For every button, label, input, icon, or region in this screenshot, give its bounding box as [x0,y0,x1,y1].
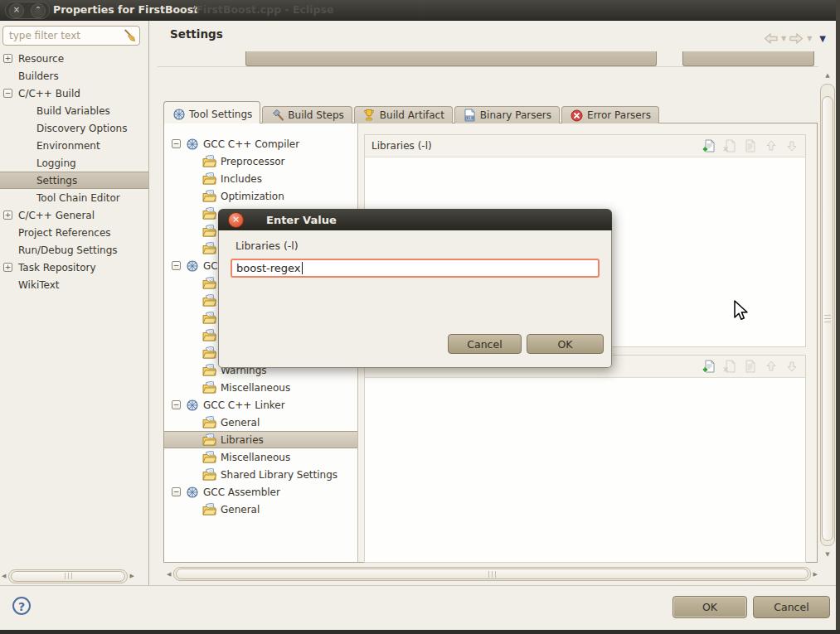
category-folder-icon [202,242,216,255]
sidebar-item-logging[interactable]: Logging [0,154,148,172]
tab-label: Error Parsers [587,109,651,121]
sidebar-item-label: Tool Chain Editor [36,192,120,204]
category-folder-icon [202,172,216,186]
tool-tree-item-miscellaneous[interactable]: Miscellaneous [164,448,357,466]
help-icon[interactable]: ? [12,597,31,615]
clear-filter-broom-icon[interactable] [124,29,136,42]
sidebar-item-label: Task Repository [18,262,96,273]
close-icon[interactable]: × [9,3,24,18]
enter-value-dialog: × Enter Value Libraries (-l) boost-regex… [218,209,612,368]
sidebar-item-builders[interactable]: Builders [0,67,148,85]
maximize-icon[interactable]: ⌃ [31,3,46,18]
sidebar-hscroll-thumb[interactable] [11,571,124,582]
tool-tree-item-gcc-assembler[interactable]: −GCC Assembler [164,483,357,501]
tab-build-artifact[interactable]: Build Artifact [354,106,453,123]
main-hscroll-track[interactable] [173,567,810,581]
sidebar-item-resource[interactable]: +Resource [0,50,148,67]
tool-tree-item-shared-library-settings[interactable]: Shared Library Settings [164,466,357,483]
scroll-right-icon[interactable]: ▶ [813,568,818,581]
sidebar-item-c-c-general[interactable]: +C/C++ General [0,206,148,224]
dialog-ok-button[interactable]: OK [527,334,604,354]
expander-icon[interactable]: − [172,487,181,496]
ok-button[interactable]: OK [672,596,747,618]
sidebar-item-run-debug-settings[interactable]: Run/Debug Settings [0,241,148,259]
scroll-right-icon[interactable]: ▶ [130,569,134,583]
configuration-combo-clipped[interactable] [245,51,657,66]
tab-error-parsers[interactable]: Error Parsers [561,106,659,123]
scroll-grip [824,315,831,322]
value-input[interactable]: boost-regex [231,259,600,278]
scroll-up-icon[interactable]: ▲ [825,69,829,82]
sidebar-item-settings[interactable]: Settings [0,172,148,189]
expander-icon[interactable]: + [3,211,12,220]
sidebar-item-wikitext[interactable]: WikiText [0,276,148,293]
tool-tree-item-libraries[interactable]: Libraries [164,431,357,448]
libraries-panel-header: Libraries (-l) [365,135,805,157]
scroll-left-icon[interactable]: ◀ [2,569,6,583]
tool-tree-item-includes[interactable]: Includes [164,170,357,187]
tool-tree-item-gcc-c-linker[interactable]: −GCC C++ Linker [164,396,357,414]
expander-icon[interactable]: − [3,89,12,98]
scroll-down-icon[interactable]: ▼ [825,548,829,561]
libraries-panel-title: Libraries (-l) [371,140,702,152]
tool-tree-item-label: Includes [221,173,262,185]
add-button[interactable] [702,360,716,373]
sidebar-hscrollbar[interactable]: ◀ ▶ [2,569,134,583]
main-hscrollbar[interactable]: ◀ ▶ [167,567,818,581]
screen: { "icons": { "close_glyph": "×", "maximi… [0,0,840,634]
sidebar-item-task-repository[interactable]: +Task Repository [0,259,148,276]
main-vscrollbar[interactable]: ▲ ▼ [820,69,835,561]
dialog-close-icon[interactable]: × [228,212,244,228]
dialog-cancel-button[interactable]: Cancel [448,334,522,354]
edit-button [743,360,757,373]
tool-tree-item-general[interactable]: General [164,414,357,431]
expander-icon[interactable]: − [172,139,181,148]
tool-tree-item-preprocessor[interactable]: Preprocessor [164,152,357,170]
back-icon[interactable] [763,32,779,45]
category-folder-icon [202,346,216,360]
search-path-list[interactable] [365,377,805,562]
sidebar-item-build-variables[interactable]: Build Variables [0,102,148,119]
back-dropdown-icon[interactable]: ▼ [781,35,786,42]
sidebar-item-c-c-build[interactable]: −C/C++ Build [0,85,148,102]
tool-icon [185,399,199,412]
expander-icon[interactable]: − [172,400,181,409]
tool-tree-item-label: General [221,504,260,515]
cancel-button[interactable]: Cancel [753,596,830,618]
page-title: Settings [170,27,223,41]
expander-icon[interactable]: + [3,263,12,272]
sidebar-item-label: Project References [18,227,111,239]
filter-input[interactable] [2,26,140,46]
forward-icon[interactable] [789,32,804,45]
forward-dropdown-icon[interactable]: ▼ [807,35,812,42]
search-path-panel [364,355,806,563]
sidebar-tree: +ResourceBuilders−C/C++ BuildBuild Varia… [0,50,148,293]
tool-tree-item-optimization[interactable]: Optimization [164,187,357,205]
sidebar-item-label: Settings [36,175,77,186]
scroll-left-icon[interactable]: ◀ [167,568,171,581]
sidebar-item-environment[interactable]: Environment [0,137,148,154]
scroll-grip [65,573,72,579]
tool-tree-item-gcc-c-compiler[interactable]: −GCC C++ Compiler [164,135,357,152]
trophy-icon [362,109,376,122]
sidebar-item-label: Logging [36,157,76,169]
tool-tree-item-miscellaneous[interactable]: Miscellaneous [164,379,357,396]
sidebar-item-project-references[interactable]: Project References [0,224,148,241]
main-hscroll-thumb[interactable] [176,569,808,579]
sidebar-hscroll-track[interactable] [8,569,127,583]
tab-build-steps[interactable]: Build Steps [262,106,352,123]
main-vscroll-track[interactable] [820,84,835,546]
expander-icon[interactable]: − [172,261,181,270]
tab-tool-settings[interactable]: Tool Settings [163,101,260,123]
tab-binary-parsers[interactable]: 010Binary Parsers [454,106,560,123]
sidebar-item-tool-chain-editor[interactable]: Tool Chain Editor [0,189,148,206]
manage-configurations-button-clipped[interactable] [682,51,814,66]
sidebar-item-discovery-options[interactable]: Discovery Options [0,119,148,137]
main-vscroll-thumb[interactable] [822,96,833,541]
tab-label: Binary Parsers [480,109,551,121]
expander-icon[interactable]: + [3,54,12,63]
view-menu-icon[interactable]: ▼ [819,34,826,43]
scroll-grip [488,571,496,578]
tool-tree-item-general[interactable]: General [164,501,357,518]
add-button[interactable] [702,139,716,152]
